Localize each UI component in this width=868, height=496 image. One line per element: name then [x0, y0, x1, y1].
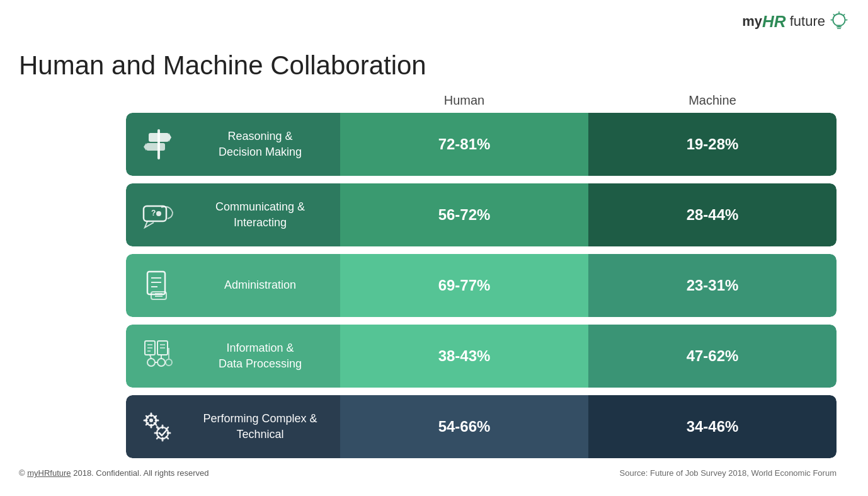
table-row: Performing Complex & Technical 54-66% 34…	[126, 395, 837, 458]
svg-text:?: ?	[151, 209, 156, 217]
logo-my: my	[742, 13, 762, 30]
row-human-performing: 54-66%	[340, 395, 588, 458]
row-label-performing: Performing Complex & Technical	[190, 411, 330, 442]
column-headers: Human Machine	[340, 93, 837, 108]
row-machine-information: 47-62%	[588, 325, 837, 388]
row-label-administration: Administration	[190, 277, 330, 293]
row-icon-label-communicating: ? Communicating & Interacting	[126, 183, 340, 246]
table: Human Machine Reasoni	[126, 93, 837, 458]
col-header-machine: Machine	[588, 93, 837, 108]
chat-icon: ?	[136, 192, 181, 238]
row-label-reasoning: Reasoning & Decision Making	[190, 129, 330, 160]
table-row: Administration 69-77% 23-31%	[126, 254, 837, 317]
svg-line-4	[833, 14, 835, 16]
footer-right: Source: Future of Job Survey 2018, World…	[620, 468, 837, 478]
row-human-reasoning: 72-81%	[340, 113, 588, 176]
logo-hr: HR	[762, 12, 786, 32]
page: myHR future Human and Machine Collaborat…	[0, 0, 868, 496]
rows-container: Reasoning & Decision Making 72-81% 19-28…	[126, 113, 837, 458]
row-icon-label-reasoning: Reasoning & Decision Making	[126, 113, 340, 176]
svg-line-52	[166, 427, 168, 429]
svg-point-28	[147, 359, 155, 366]
svg-point-34	[166, 359, 172, 366]
row-human-communicating: 56-72%	[340, 183, 588, 246]
table-row: Reasoning & Decision Making 72-81% 19-28…	[126, 113, 837, 176]
svg-line-51	[166, 437, 168, 439]
svg-rect-7	[149, 133, 169, 142]
logo: myHR future	[742, 11, 849, 32]
svg-point-36	[149, 418, 153, 422]
svg-point-12	[156, 211, 161, 216]
row-machine-reasoning: 19-28%	[588, 113, 837, 176]
page-title: Human and Machine Collaboration	[19, 50, 843, 81]
row-label-information: Information & Data Processing	[190, 340, 330, 372]
footer: © myHRfuture 2018. Confidential. All rig…	[13, 468, 843, 478]
row-icon-label-performing: Performing Complex & Technical	[126, 395, 340, 458]
row-machine-communicating: 28-44%	[588, 183, 837, 246]
svg-marker-10	[144, 143, 146, 151]
gears-icon	[136, 404, 181, 449]
row-label-communicating: Communicating & Interacting	[190, 199, 330, 231]
table-row: ? Communicating & Interacting 56-72% 28-…	[126, 183, 837, 246]
row-human-information: 38-43%	[340, 325, 588, 388]
table-row: Information & Data Processing 38-43% 47-…	[126, 325, 837, 388]
footer-left-text: 2018. Confidential. All rights reserved	[73, 468, 208, 478]
svg-marker-8	[169, 133, 171, 142]
row-machine-performing: 34-46%	[588, 395, 837, 458]
footer-link[interactable]: myHRfuture	[27, 468, 71, 478]
col-header-human: Human	[340, 93, 588, 108]
data-icon	[136, 333, 181, 379]
svg-rect-9	[146, 143, 165, 151]
row-icon-label-administration: Administration	[126, 254, 340, 317]
footer-left: © myHRfuture 2018. Confidential. All rig…	[19, 468, 209, 478]
logo-bulb-icon	[829, 11, 849, 32]
document-icon	[136, 263, 181, 308]
signpost-icon	[136, 122, 181, 167]
svg-line-53	[157, 437, 159, 439]
row-human-administration: 69-77%	[340, 254, 588, 317]
svg-line-2	[843, 14, 845, 16]
row-icon-label-information: Information & Data Processing	[126, 325, 340, 388]
logo-future: future	[790, 13, 825, 30]
svg-point-29	[157, 359, 165, 366]
row-machine-administration: 23-31%	[588, 254, 837, 317]
